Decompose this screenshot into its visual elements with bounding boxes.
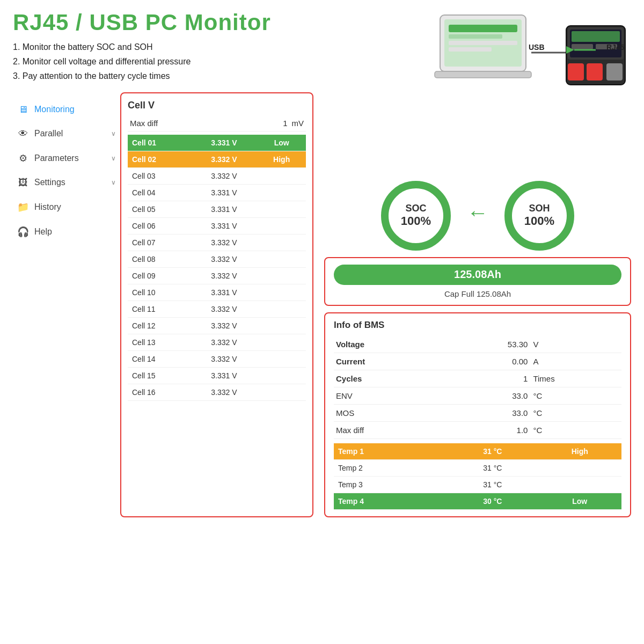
cell-status (257, 301, 306, 317)
bms-row-value: 53.30 (447, 336, 530, 353)
main-layout: 🖥 Monitoring 👁 Parallel ∨ ⚙ Parameters ∨… (0, 88, 644, 522)
max-diff-label: Max diff (130, 119, 158, 128)
cell-voltage: 3.331 V (191, 201, 258, 217)
chevron-down-icon-2: ∨ (111, 155, 116, 162)
cell-name: Cell 03 (128, 167, 191, 184)
svg-text:RJ45: RJ45 (606, 43, 625, 52)
content-area: Cell V Max diff 1 mV Cell 013.331 VLowCe… (120, 92, 631, 517)
cell-name: Cell 05 (128, 201, 191, 217)
cell-voltage: 3.331 V (191, 184, 258, 201)
cell-voltage: 3.332 V (191, 234, 258, 251)
temp-table: Temp 131 °CHighTemp 231 °CTemp 331 °CTem… (334, 443, 621, 510)
sidebar-label-history: History (34, 202, 61, 212)
bms-row-unit: °C (530, 404, 621, 421)
cell-status (257, 284, 306, 301)
cell-status (257, 217, 306, 234)
cell-status: Low (257, 135, 306, 151)
bms-table: Voltage53.30VCurrent0.00ACycles1TimesENV… (334, 336, 621, 439)
cell-voltage: 3.332 V (191, 350, 258, 367)
cell-voltage: 3.332 V (191, 251, 258, 267)
bms-row-label: MOS (334, 404, 447, 421)
cell-name: Cell 15 (128, 367, 191, 384)
capacity-bar: 125.08Ah (334, 265, 621, 285)
temp-value: 31 °C (447, 443, 538, 460)
cell-status (257, 317, 306, 334)
cell-status: High (257, 151, 306, 167)
cap-full-label: Cap Full 125.08Ah (334, 289, 621, 298)
svg-rect-4 (449, 41, 517, 45)
chevron-down-icon: ∨ (111, 130, 116, 137)
chevron-down-icon-3: ∨ (111, 179, 116, 186)
temp-status: High (538, 443, 621, 460)
history-icon: 📁 (17, 201, 29, 213)
sidebar-item-parameters[interactable]: ⚙ Parameters ∨ (13, 146, 120, 171)
max-diff-value-group: 1 mV (283, 119, 304, 128)
cell-name: Cell 12 (128, 317, 191, 334)
bms-row-unit: °C (530, 387, 621, 404)
sidebar: 🖥 Monitoring 👁 Parallel ∨ ⚙ Parameters ∨… (13, 92, 120, 517)
bms-panel: Info of BMS Voltage53.30VCurrent0.00ACyc… (324, 312, 631, 517)
sidebar-item-settings[interactable]: 🖼 Settings ∨ (13, 171, 120, 195)
cell-status (257, 201, 306, 217)
cell-name: Cell 06 (128, 217, 191, 234)
temp-status (538, 476, 621, 493)
cell-name: Cell 01 (128, 135, 191, 151)
cell-name: Cell 16 (128, 384, 191, 400)
svg-rect-14 (568, 63, 584, 80)
cell-voltage: 3.331 V (191, 367, 258, 384)
bms-row-value: 33.0 (447, 404, 530, 421)
sidebar-label-parallel: Parallel (34, 129, 63, 138)
svg-rect-12 (572, 44, 593, 49)
bms-row-label: ENV (334, 387, 447, 404)
sidebar-item-monitoring[interactable]: 🖥 Monitoring (13, 98, 120, 122)
cell-voltage: 3.332 V (191, 167, 258, 184)
svg-rect-15 (587, 63, 603, 80)
cell-voltage: 3.331 V (191, 284, 258, 301)
soh-label: SOH (529, 203, 550, 214)
max-diff-number: 1 (283, 119, 287, 128)
soh-gauge-container: SOH 100% (504, 181, 574, 251)
cell-name: Cell 14 (128, 350, 191, 367)
temp-name: Temp 3 (334, 476, 447, 493)
soc-gauge: SOC 100% (381, 181, 451, 251)
bms-title: Info of BMS (334, 320, 621, 331)
cell-status (257, 267, 306, 284)
max-diff-unit: mV (292, 119, 304, 128)
sidebar-item-parallel[interactable]: 👁 Parallel ∨ (13, 122, 120, 146)
cell-name: Cell 07 (128, 234, 191, 251)
bms-row-value: 1 (447, 370, 530, 387)
cell-panel: Cell V Max diff 1 mV Cell 013.331 VLowCe… (120, 92, 313, 517)
bms-row-unit: V (530, 336, 621, 353)
temp-name: Temp 1 (334, 443, 447, 460)
cell-voltage: 3.332 V (191, 151, 258, 167)
temp-value: 30 °C (447, 493, 538, 509)
cell-status (257, 184, 306, 201)
sidebar-label-monitoring: Monitoring (34, 105, 75, 114)
bms-row-label: Voltage (334, 336, 447, 353)
cell-name: Cell 13 (128, 334, 191, 350)
cell-status (257, 234, 306, 251)
temp-value: 31 °C (447, 459, 538, 476)
cell-status (257, 384, 306, 400)
right-panel: SOC 100% ← SOH 100% 125.08Ah Cap Full 12… (324, 92, 631, 517)
svg-rect-3 (449, 34, 502, 39)
sidebar-label-help: Help (34, 227, 52, 237)
bms-row-unit: °C (530, 421, 621, 438)
svg-rect-5 (449, 47, 492, 52)
soh-gauge: SOH 100% (504, 181, 574, 251)
cell-status (257, 367, 306, 384)
cell-status (257, 334, 306, 350)
soh-value: 100% (524, 214, 554, 228)
cell-status (257, 350, 306, 367)
svg-rect-2 (449, 25, 517, 32)
sidebar-label-settings: Settings (34, 178, 65, 187)
cell-voltage: 3.332 V (191, 384, 258, 400)
temp-status (538, 459, 621, 476)
parameters-icon: ⚙ (17, 152, 29, 164)
temp-value: 31 °C (447, 476, 538, 493)
bms-row-unit: A (530, 353, 621, 370)
settings-icon: 🖼 (17, 177, 29, 188)
sidebar-item-history[interactable]: 📁 History (13, 195, 120, 219)
sidebar-item-help[interactable]: 🎧 Help (13, 219, 120, 244)
soc-value: 100% (401, 214, 431, 228)
